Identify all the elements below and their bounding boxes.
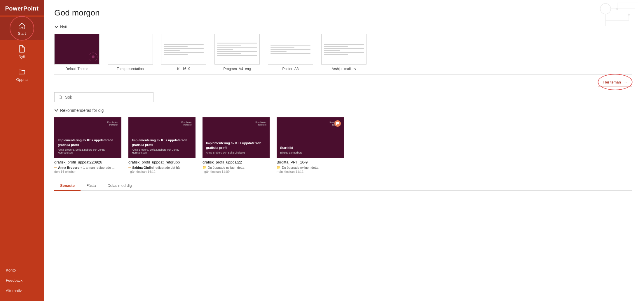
template-thumb-default [54, 34, 100, 65]
sidebar-item-alternativ[interactable]: Alternativ [0, 286, 44, 296]
template-program[interactable]: Program_A4_eng [214, 34, 260, 71]
template-label-default: Default Theme [65, 67, 88, 71]
tab-fasta[interactable]: Fästa [81, 180, 102, 191]
rec-card-date-2: I går klockan 11:09 [203, 170, 270, 173]
template-default[interactable]: Default Theme [54, 34, 100, 71]
rec-card-1[interactable]: KarolinskaInstitutet Implementering av K… [128, 117, 196, 173]
rec-thumb-sub-2: Anna Broberg och Sofia Lindberg [206, 151, 266, 154]
rec-card-title-3: Birgitta_PPT_16-9 [277, 160, 344, 164]
template-thumb-arshjul [321, 34, 366, 65]
recommended-row: KarolinskaInstitutet Implementering av K… [54, 117, 632, 173]
ki-logo-0: KarolinskaInstitutet [107, 120, 118, 128]
template-label-poster: Poster_A3 [282, 67, 299, 71]
template-label-ki169: KI_16_9 [177, 67, 190, 71]
comment-icon [336, 122, 339, 125]
tab-delas[interactable]: Delas med dig [102, 180, 137, 191]
template-label-arshjul: Arshjul_mall_sv [331, 67, 356, 71]
page-title: God morgon [54, 8, 632, 18]
sidebar: PowerPoint Start Nytt Öppna Konto Feedba [0, 0, 44, 301]
template-thumb-ki169 [161, 34, 206, 65]
rec-card-2[interactable]: KarolinskaInstitutet Implementering av K… [203, 117, 270, 173]
main-content: God morgon Nytt Default Theme [44, 0, 644, 301]
search-icon [58, 95, 63, 100]
sidebar-item-feedback[interactable]: Feedback [0, 275, 44, 286]
fler-teman-button[interactable]: Fler teman → [598, 78, 632, 86]
rec-thumb-3: KarolinskaInstitutet Startbild Birgitta … [277, 117, 344, 158]
section-nytt-text: Nytt [60, 25, 67, 29]
rec-thumb-1: KarolinskaInstitutet Implementering av K… [128, 117, 196, 158]
edit-icon-1: ✏ [128, 166, 131, 169]
rec-card-title-1: grafisk_profil_uppdat_refgrupp [128, 160, 196, 164]
search-input[interactable] [65, 95, 150, 100]
rec-thumb-2: KarolinskaInstitutet Implementering av K… [203, 117, 270, 158]
rec-thumb-sub-1: Anna Broberg, Sofia Lindberg och Jenny H… [132, 148, 192, 154]
template-label-tom: Tom presentation [117, 67, 144, 71]
rec-thumb-sub-0: Anna Broberg, Sofia Lindberg och Jenny H… [58, 148, 118, 154]
template-label-program: Program_A4_eng [223, 67, 251, 71]
rec-card-date-0: den 14 oktober [54, 170, 121, 173]
fler-teman-label: Fler teman [603, 80, 621, 84]
ki-logo-1: KarolinskaInstitutet [181, 120, 193, 128]
file-icon [18, 45, 26, 53]
search-row [54, 92, 632, 102]
arrow-icon: → [623, 80, 627, 84]
folder-icon-3: 📁 [277, 166, 281, 169]
sidebar-bottom: Konto Feedback Alternativ [0, 265, 44, 301]
rec-thumb-0: KarolinskaInstitutet Implementering av K… [54, 117, 121, 158]
sidebar-item-oppna-label: Öppna [16, 77, 27, 82]
folder-icon-2: 📁 [203, 166, 207, 169]
section-nytt-label[interactable]: Nytt [54, 25, 632, 29]
rec-thumb-title-3: Startbild [280, 146, 340, 150]
rec-card-date-1: I går klockan 14:12 [128, 170, 196, 173]
app-logo: PowerPoint [0, 0, 44, 15]
rec-meta-text-1: Sabina Giulini redigerade det här [132, 166, 181, 169]
rec-card-date-3: mån klockan 11:11 [277, 170, 344, 173]
rec-card-meta-0: ✏ Anna Broberg + 1 annan redigerade ... [54, 166, 121, 169]
fler-teman-row: Fler teman → [54, 78, 632, 86]
rec-meta-text-2: Du öppnade nyligen detta [208, 166, 244, 169]
section-rekommenderas-label[interactable]: Rekommenderas för dig [54, 108, 632, 113]
rec-card-meta-3: 📁 Du öppnade nyligen detta [277, 166, 344, 169]
rec-meta-text-3: Du öppnade nyligen detta [282, 166, 318, 169]
rec-thumb-title-2: Implementering av KI:s uppdaterade grafi… [206, 141, 266, 150]
svg-point-10 [59, 96, 62, 98]
ki-logo-2: KarolinskaInstitutet [255, 120, 267, 128]
rec-card-title-2: grafisk_profil_uppdat22 [203, 160, 270, 164]
rec-thumb-title-1: Implementering av KI:s uppdaterade grafi… [132, 138, 192, 147]
templates-row: Default Theme Tom presentation KI_16_9 [54, 34, 632, 71]
section-rekommenderas-text: Rekommenderas för dig [60, 108, 104, 113]
template-thumb-program [214, 34, 260, 65]
sidebar-item-oppna[interactable]: Öppna [0, 63, 44, 86]
rec-card-meta-1: ✏ Sabina Giulini redigerade det här [128, 166, 196, 169]
sidebar-item-nytt[interactable]: Nytt [0, 40, 44, 63]
chevron-down-icon [54, 25, 58, 29]
rec-card-3[interactable]: KarolinskaInstitutet Startbild Birgitta … [277, 117, 344, 173]
comment-badge [334, 120, 341, 127]
svg-line-11 [61, 98, 62, 99]
sidebar-item-nytt-label: Nytt [18, 54, 25, 59]
rec-thumb-title-0: Implementering av KI:s uppdaterade grafi… [58, 138, 118, 147]
template-poster[interactable]: Poster_A3 [268, 34, 313, 71]
sidebar-item-konto[interactable]: Konto [0, 265, 44, 275]
folder-icon [18, 68, 26, 76]
chevron-down-icon-2 [54, 108, 58, 112]
rec-card-title-0: grafisk_profil_uppdat220926 [54, 160, 121, 164]
home-icon [18, 22, 26, 29]
edit-icon-0: ✏ [54, 166, 57, 169]
template-arshjul[interactable]: Arshjul_mall_sv [321, 34, 366, 71]
sidebar-item-start[interactable]: Start [0, 17, 44, 40]
sidebar-item-start-label: Start [18, 31, 26, 36]
rec-meta-text-0: Anna Broberg + 1 annan redigerade ... [58, 166, 115, 169]
rec-card-0[interactable]: KarolinskaInstitutet Implementering av K… [54, 117, 121, 173]
template-thumb-poster [268, 34, 313, 65]
sidebar-nav: Start Nytt Öppna [0, 15, 44, 265]
divider [54, 74, 632, 75]
tab-senaste[interactable]: Senaste [54, 180, 81, 191]
rec-card-meta-2: 📁 Du öppnade nyligen detta [203, 166, 270, 169]
template-thumb-tom [108, 34, 153, 65]
template-ki169[interactable]: KI_16_9 [161, 34, 206, 71]
template-tom[interactable]: Tom presentation [108, 34, 153, 71]
search-box [54, 92, 153, 102]
tabs-row: Senaste Fästa Delas med dig [54, 180, 632, 191]
rec-thumb-sub-3: Birgitta Lönnerberg [280, 151, 340, 154]
